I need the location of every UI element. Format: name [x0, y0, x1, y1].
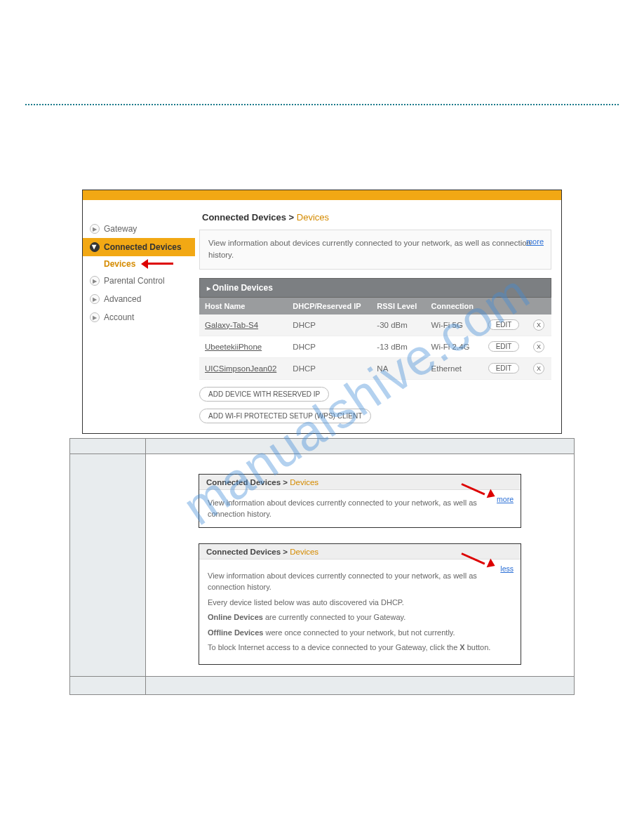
cell-rssi: NA: [371, 357, 425, 379]
add-reserved-ip-button[interactable]: ADD DEVICE WITH RESERVED IP: [199, 387, 329, 402]
block-button[interactable]: X: [533, 341, 544, 352]
edit-button[interactable]: EDIT: [488, 319, 520, 330]
table-row: Galaxy-Tab-S4 DHCP -30 dBm Wi-Fi 5G EDIT…: [199, 315, 551, 336]
block-button[interactable]: X: [533, 319, 544, 331]
header-field: [70, 438, 146, 454]
sidebar-item-label: Gateway: [104, 224, 137, 234]
table-row: UbeetekiiPhone DHCP -13 dBm Wi-Fi 2.4G E…: [199, 336, 551, 357]
bold-term: Offline Devices: [208, 628, 263, 637]
field-cell-2: [70, 676, 146, 694]
cell-conn: Ethernet: [426, 357, 483, 379]
th-rssi: RSSI Level: [371, 298, 425, 315]
field-description-table: Connected Devices > Devices more View in…: [69, 438, 575, 695]
more-link[interactable]: more: [526, 236, 544, 248]
mini-crumb-root: Connected Devices: [206, 478, 281, 486]
edit-button[interactable]: EDIT: [488, 363, 520, 373]
block-button[interactable]: X: [533, 363, 544, 374]
header-description: [146, 438, 575, 454]
red-arrow-icon: [141, 260, 173, 268]
mini-body: more View information about devices curr…: [199, 490, 521, 527]
th-x: [528, 298, 551, 315]
chevron-right-icon: ▶: [90, 224, 100, 234]
main-content: Connected Devices > Devices View informa…: [195, 200, 561, 433]
host-link[interactable]: Galaxy-Tab-S4: [205, 321, 258, 329]
host-link[interactable]: UICSimpsonJean02: [205, 364, 276, 373]
description-cell: Connected Devices > Devices more View in…: [146, 454, 575, 676]
cell-rssi: -30 dBm: [371, 315, 425, 336]
sidebar-subitem-devices[interactable]: Devices: [83, 256, 195, 272]
th-host: Host Name: [199, 298, 287, 315]
online-devices-panel-header[interactable]: Online Devices: [199, 278, 551, 298]
mini-line: Offline Devices were once connected to y…: [208, 627, 512, 639]
sidebar-item-advanced[interactable]: ▶ Advanced: [83, 290, 195, 308]
bold-term: X: [459, 643, 464, 651]
breadcrumb-root: Connected Devices: [202, 212, 286, 223]
sidebar-item-account[interactable]: ▶ Account: [83, 308, 195, 326]
chevron-right-icon: ▶: [90, 276, 100, 286]
chevron-down-icon: ▶: [90, 242, 100, 252]
sidebar-item-label: Advanced: [104, 294, 141, 304]
online-devices-table: Host Name DHCP/Reserved IP RSSI Level Co…: [199, 298, 551, 380]
mini-text: View information about devices currently…: [208, 498, 477, 519]
mini-screenshot-less: Connected Devices > Devices less View in…: [199, 543, 521, 665]
chevron-right-icon: ▶: [90, 294, 100, 304]
breadcrumb: Connected Devices > Devices: [199, 210, 551, 230]
host-link[interactable]: UbeetekiiPhone: [205, 343, 262, 351]
bold-term: Online Devices: [208, 613, 263, 621]
sidebar-subitem-label: Devices: [104, 259, 135, 269]
red-arrow-icon: [462, 552, 494, 574]
red-arrow-icon: [462, 483, 494, 504]
cell-dhcp: DHCP: [287, 315, 371, 336]
mini-screenshot-more: Connected Devices > Devices more View in…: [199, 474, 521, 528]
th-edit: [483, 298, 528, 315]
sidebar-item-label: Connected Devices: [104, 242, 182, 252]
cell-conn: Wi-Fi 5G: [426, 315, 483, 336]
more-link[interactable]: more: [497, 494, 514, 505]
mini-crumb-cur: Devices: [290, 478, 318, 486]
th-conn: Connection: [426, 298, 483, 315]
cell-rssi: -13 dBm: [371, 336, 425, 357]
edit-button[interactable]: EDIT: [488, 341, 520, 352]
sidebar-item-connected-devices[interactable]: ▶ Connected Devices: [83, 238, 195, 256]
table-row: UICSimpsonJean02 DHCP NA Ethernet EDIT X: [199, 357, 551, 379]
sidebar-nav: ▶ Gateway ▶ Connected Devices Devices ▶ …: [83, 200, 195, 433]
info-text: View information about devices currently…: [208, 239, 531, 259]
top-orange-bar: [83, 190, 561, 200]
mini-body: less View information about devices curr…: [199, 560, 521, 664]
cell-dhcp: DHCP: [287, 357, 371, 379]
mini-crumb-cur: Devices: [290, 548, 318, 556]
sidebar-item-label: Account: [104, 312, 134, 322]
info-box: View information about devices currently…: [199, 230, 551, 270]
mini-crumb-root: Connected Devices: [206, 548, 281, 556]
cell-dhcp: DHCP: [287, 336, 371, 357]
breadcrumb-current: Devices: [297, 212, 329, 223]
table-header-row: Host Name DHCP/Reserved IP RSSI Level Co…: [199, 298, 551, 315]
mini-line: Online Devices are currently connected t…: [208, 611, 512, 623]
less-link[interactable]: less: [500, 564, 514, 575]
chevron-right-icon: ▶: [90, 312, 100, 322]
router-admin-screenshot: ▶ Gateway ▶ Connected Devices Devices ▶ …: [82, 190, 562, 434]
description-cell-2: [146, 676, 575, 694]
section-divider: [25, 104, 619, 105]
th-dhcp: DHCP/Reserved IP: [287, 298, 371, 315]
sidebar-item-label: Parental Control: [104, 276, 165, 286]
field-cell: [70, 454, 146, 676]
add-wps-client-button[interactable]: ADD WI-FI PROTECTED SETUP (WPS) CLIENT: [199, 409, 371, 423]
sidebar-item-parental-control[interactable]: ▶ Parental Control: [83, 272, 195, 290]
mini-line: Every device listed below was auto disco…: [208, 597, 512, 609]
sidebar-item-gateway[interactable]: ▶ Gateway: [83, 220, 195, 238]
cell-conn: Wi-Fi 2.4G: [426, 336, 483, 357]
mini-line: To block Internet access to a device con…: [208, 642, 512, 654]
